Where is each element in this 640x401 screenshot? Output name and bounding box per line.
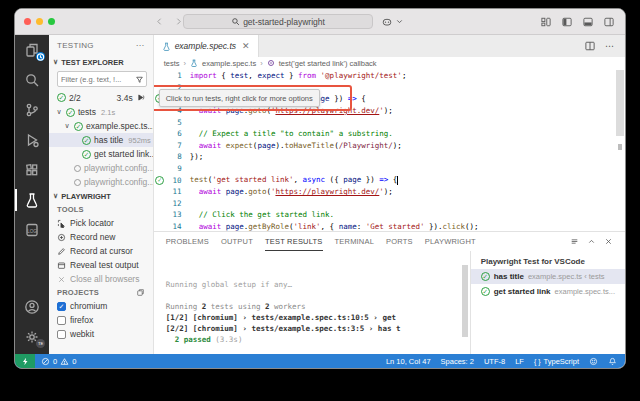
breadcrumb[interactable]: tests › example.spec.ts › test('get star…: [154, 57, 625, 70]
code-line[interactable]: 8});: [154, 151, 625, 163]
activity-source-control-icon[interactable]: [15, 95, 49, 125]
code-line[interactable]: 9: [154, 163, 625, 175]
activity-extensions-icon[interactable]: [15, 155, 49, 185]
breadcrumb-file[interactable]: example.spec.ts: [202, 59, 256, 68]
tab-example-spec[interactable]: example.spec.ts ✕: [154, 35, 259, 57]
tool-record-at-cursor[interactable]: Record at cursor: [49, 244, 153, 258]
tree-item[interactable]: ✓get started link...: [49, 147, 153, 161]
code-line[interactable]: ✓10test('get started link', async ({ pag…: [154, 174, 625, 186]
activity-settings-gear-icon[interactable]: TE: [15, 322, 49, 352]
test-results-output[interactable]: Running global setup if any… Running 2 t…: [154, 251, 470, 354]
code-line[interactable]: 13 // Click the get started link.: [154, 209, 625, 221]
tool-reveal-test-output[interactable]: Reveal test output: [49, 258, 153, 272]
code-text: await page.goto('https://playwright.dev/…: [182, 106, 393, 115]
project-webkit[interactable]: webkit: [49, 327, 153, 341]
rerun-tests-icon[interactable]: [136, 93, 145, 102]
chevron-up-icon[interactable]: [587, 237, 596, 246]
filter-funnel-icon[interactable]: [135, 75, 144, 84]
close-panel-icon[interactable]: [604, 237, 613, 246]
panel-tab-playwright[interactable]: PLAYWRIGHT: [425, 232, 476, 251]
breadcrumb-root[interactable]: tests: [164, 59, 180, 68]
more-actions-icon[interactable]: ⋯: [136, 41, 145, 50]
tree-item[interactable]: playwright.config....: [49, 161, 153, 175]
code-editor[interactable]: 1import { test, expect } from '@playwrig…: [154, 70, 625, 231]
code-line[interactable]: 11 await page.goto('https://playwright.d…: [154, 186, 625, 198]
code-line[interactable]: 1import { test, expect } from '@playwrig…: [154, 70, 625, 82]
close-window-button[interactable]: [24, 18, 31, 25]
activity-account-icon[interactable]: [15, 292, 49, 322]
activity-files-icon[interactable]: [15, 35, 49, 65]
result-test-location: example.spec.ts...: [555, 287, 615, 296]
back-arrow-icon[interactable]: [155, 17, 164, 26]
list-icon[interactable]: [570, 237, 579, 246]
profile-badge: TE: [36, 339, 45, 348]
pass-check-icon: ✓: [82, 150, 91, 159]
panel-tab-problems[interactable]: PROBLEMS: [166, 232, 209, 251]
test-filter-input[interactable]: [61, 75, 135, 84]
panel-tab-output[interactable]: OUTPUT: [221, 232, 253, 251]
gutter-pass-icon[interactable]: ✓: [154, 176, 166, 185]
code-line[interactable]: 12: [154, 198, 625, 210]
playwright-section-header[interactable]: ∨PLAYWRIGHT: [49, 189, 153, 203]
language-indicator[interactable]: { } TypeScript: [534, 357, 579, 366]
minimize-window-button[interactable]: [36, 18, 43, 25]
panel-tab-test-results[interactable]: TEST RESULTS: [265, 232, 323, 251]
bell-icon[interactable]: [608, 357, 617, 366]
panel-tab-ports[interactable]: PORTS: [386, 232, 413, 251]
activity-run-debug-icon[interactable]: [15, 125, 49, 155]
tool-close-all-browsers[interactable]: Close all browsers: [49, 272, 153, 286]
line-number: 6: [166, 129, 182, 138]
line-col-indicator[interactable]: Ln 10, Col 47: [386, 357, 431, 366]
remote-indicator[interactable]: [15, 354, 35, 368]
toggle-sidebar-icon[interactable]: [561, 16, 573, 28]
output-scrollbar[interactable]: [462, 265, 468, 337]
code-line[interactable]: 14 await page.getByRole('link', { name: …: [154, 221, 625, 231]
panel-tab-terminal[interactable]: TERMINAL: [335, 232, 375, 251]
line-number: 4: [166, 106, 182, 115]
tool-pick-locator[interactable]: Pick locator: [49, 216, 153, 230]
editor-more-actions-icon[interactable]: ⋯: [605, 41, 615, 51]
tree-item[interactable]: ✓has title952ms: [49, 133, 153, 147]
project-firefox[interactable]: firefox: [49, 313, 153, 327]
tree-item[interactable]: playwright.config....: [49, 175, 153, 189]
code-line[interactable]: 5: [154, 116, 625, 128]
checkbox-unchecked[interactable]: [57, 316, 66, 325]
eol-indicator[interactable]: LF: [515, 357, 524, 366]
checkbox-unchecked[interactable]: [57, 330, 66, 339]
project-chromium[interactable]: ✓chromium: [49, 299, 153, 313]
zoom-window-button[interactable]: [48, 18, 55, 25]
code-line[interactable]: 6 // Expect a title "to contain" a subst…: [154, 128, 625, 140]
traffic-lights[interactable]: [24, 18, 55, 25]
multi-window-icon[interactable]: [136, 288, 145, 297]
activity-search-icon[interactable]: [15, 65, 49, 95]
test-explorer-header[interactable]: ∨TEST EXPLORER: [49, 55, 153, 69]
run-test-decoration[interactable]: ✓: [155, 176, 164, 185]
encoding-indicator[interactable]: UTF-8: [484, 357, 505, 366]
customize-layout-icon[interactable]: [540, 16, 552, 28]
test-filter[interactable]: [57, 71, 147, 87]
search-value: get-started-playwright: [243, 17, 325, 27]
problems-status[interactable]: 0 0: [41, 357, 76, 366]
tree-item[interactable]: ∨✓tests2.1s: [49, 105, 153, 119]
code-line[interactable]: 7 await expect(page).toHaveTitle(/Playwr…: [154, 140, 625, 152]
projects-list: ✓chromiumfirefoxwebkit: [49, 299, 153, 341]
result-item[interactable]: ✓has titleexample.spec.ts ‹ tests: [471, 269, 625, 284]
editor-scrollbar[interactable]: [616, 70, 624, 136]
checkbox-checked[interactable]: ✓: [57, 302, 66, 311]
titlebar: get-started-playwright: [15, 9, 625, 35]
forward-arrow-icon[interactable]: [174, 17, 183, 26]
command-center-search[interactable]: get-started-playwright: [183, 14, 373, 29]
copilot-menu[interactable]: [381, 16, 404, 28]
activity-testing-flask-icon[interactable]: [15, 185, 49, 215]
split-editor-icon[interactable]: [584, 40, 596, 52]
breadcrumb-symbol[interactable]: test('get started link') callback: [279, 59, 377, 68]
tool-record-new[interactable]: Record new: [49, 230, 153, 244]
feedback-icon[interactable]: [589, 357, 598, 366]
tree-item[interactable]: ∨✓example.spec.ts...: [49, 119, 153, 133]
indentation-indicator[interactable]: Spaces: 2: [441, 357, 474, 366]
close-tab-icon[interactable]: ✕: [242, 41, 250, 51]
result-item[interactable]: ✓get started linkexample.spec.ts...: [471, 284, 625, 299]
activity-log-icon[interactable]: LOG: [15, 215, 49, 245]
toggle-secondary-sidebar-icon[interactable]: [603, 16, 615, 28]
toggle-panel-icon[interactable]: [582, 16, 594, 28]
